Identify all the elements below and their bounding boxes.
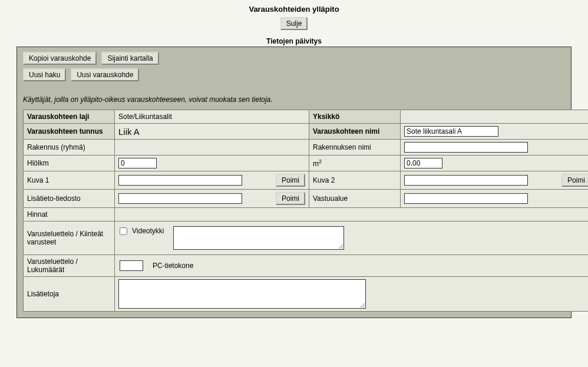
equip-fixed-textarea[interactable] [173,226,344,250]
page-title: Varauskohteiden ylläpito [0,0,588,17]
image1-input[interactable] [118,175,242,186]
type-label: Varauskohteen laji [24,110,115,124]
id-value: Liik A [115,124,309,140]
m2-label: m2 [309,156,401,171]
equip-count-cell: PC-tietokone [115,255,589,277]
person-count-label: Hlölkm [24,156,115,171]
building-name-cell [401,140,589,156]
id-label: Varauskohteen tunnus [24,124,115,140]
name-input[interactable] [404,126,498,137]
pc-computer-label: PC-tietokone [153,262,193,270]
equip-fixed-cell: Videotykki [115,221,589,255]
close-button-row: Sulje [0,17,588,35]
image2-cell: Poimi [401,171,589,190]
info-file-label: Lisätieto-tiedosto [24,190,115,208]
info-file-pick-button[interactable]: Poimi [276,192,305,205]
responsibility-input[interactable] [404,193,528,204]
info-file-input[interactable] [118,193,242,204]
video-projector-checkbox[interactable] [120,227,127,235]
m2-input[interactable] [404,158,442,168]
equip-count-label: Varusteluettelo / Lukumäärät [24,255,115,277]
building-name-input[interactable] [404,142,528,153]
type-value: Sote/Liikuntasalit [115,110,309,124]
responsibility-cell [401,190,589,208]
main-panel: Kopioi varauskohde Sijainti kartalla Uus… [16,47,572,318]
additional-textarea[interactable] [118,279,366,309]
section-title: Tietojen päivitys [0,35,588,47]
new-search-button[interactable]: Uusi haku [23,68,66,81]
additional-label: Lisätietoja [24,277,115,312]
toolbar-row-1: Kopioi varauskohde Sijainti kartalla [23,52,565,65]
person-count-input[interactable] [118,158,157,168]
map-button[interactable]: Sijainti kartalla [101,52,158,65]
prices-cell [115,208,589,221]
image1-label: Kuva 1 [24,171,115,190]
image1-cell: Poimi [115,171,309,190]
video-projector-label: Videotykki [132,227,164,235]
responsibility-label: Vastuualue [309,190,401,208]
building-group-label: Rakennus (ryhmä) [24,140,115,156]
unit-label: Yksikkö [309,110,401,124]
unit-value [401,110,589,124]
pc-count-input[interactable] [120,260,143,271]
toolbar-row-2: Uusi haku Uusi varauskohde [23,68,565,81]
image2-input[interactable] [404,175,528,186]
info-file-cell: Poimi [115,190,309,208]
close-button[interactable]: Sulje [280,17,308,30]
help-text: Käyttäjät, joilla on ylläpito-oikeus var… [23,95,565,104]
copy-button[interactable]: Kopioi varauskohde [23,52,97,65]
equip-fixed-label: Varusteluettelo / Kiinteät varusteet [24,221,115,255]
building-name-label: Rakennuksen nimi [309,140,401,156]
prices-label: Hinnat [24,208,115,221]
name-cell [401,124,589,140]
new-target-button[interactable]: Uusi varauskohde [71,68,139,81]
building-group-value [115,140,309,156]
image1-pick-button[interactable]: Poimi [276,174,305,187]
m2-cell [401,156,589,171]
person-count-cell [115,156,309,171]
image2-label: Kuva 2 [309,171,401,190]
name-label: Varauskohteen nimi [309,124,401,140]
form-table: Varauskohteen laji Sote/Liikuntasalit Yk… [23,110,588,312]
image2-pick-button[interactable]: Poimi [561,174,588,187]
additional-cell [115,277,589,312]
